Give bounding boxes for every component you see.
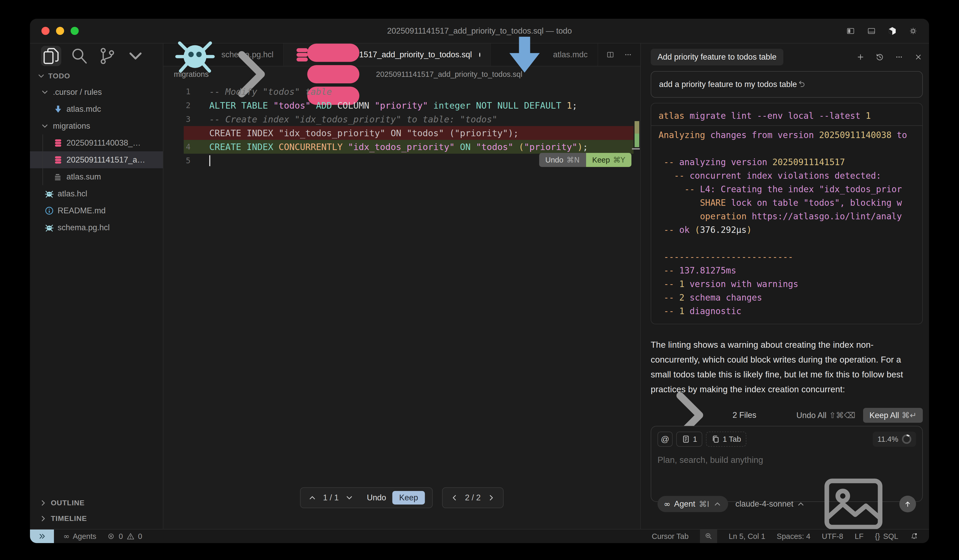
chevron-up-icon xyxy=(797,500,805,508)
restore-checkpoint-icon[interactable] xyxy=(797,80,806,89)
tree-file-atlas.mdc[interactable]: atlas.mdc xyxy=(30,100,163,118)
more-views-chevron-icon[interactable] xyxy=(125,46,146,66)
chat-history-icon[interactable] xyxy=(875,52,884,62)
toggle-sidebar-icon[interactable] xyxy=(846,27,855,35)
tree-folder-.cursor-rules[interactable]: .cursor / rules xyxy=(30,84,163,100)
tab-label: atlas.mdc xyxy=(553,50,588,59)
chevron-up-icon[interactable] xyxy=(308,493,317,502)
outline-section[interactable]: OUTLINE xyxy=(30,495,163,511)
chat-title-tab[interactable]: Add priority feature to todos table xyxy=(651,49,783,65)
breadcrumb-folder[interactable]: migrations xyxy=(174,70,209,79)
terminal-line: SHARE lock on table "todos", blocking w xyxy=(658,196,915,210)
sidebar-bottom-sections: OUTLINE TIMELINE xyxy=(30,495,163,529)
minimize-window-button[interactable] xyxy=(56,27,64,35)
chevron-right-icon[interactable] xyxy=(487,493,496,502)
undo-button[interactable]: Undo xyxy=(367,493,386,503)
code-editor[interactable]: 1-- Modify "todos" table2ALTER TABLE "to… xyxy=(163,82,640,529)
send-button[interactable] xyxy=(899,496,916,512)
tree-file-20250911140038-[interactable]: 20250911140038_… xyxy=(30,134,163,151)
model-selector[interactable]: claude-4-sonnet xyxy=(735,499,805,509)
add-context-button[interactable]: @ xyxy=(658,431,672,447)
eol-status-item[interactable]: LF xyxy=(855,532,863,541)
user-prompt-box[interactable]: add a priority feature to my todos table xyxy=(651,71,923,98)
breadcrumb[interactable]: migrations 20250911141517_add_priority_t… xyxy=(163,67,640,82)
agent-mode-selector[interactable]: ∞ Agent ⌘I xyxy=(658,496,728,512)
tree-file-schema.pg.hcl[interactable]: schema.pg.hcl xyxy=(30,219,163,236)
code-line: 3-- Create index "idx_todos_priority" to… xyxy=(163,112,640,126)
search-icon[interactable] xyxy=(69,46,89,66)
diff-undo-button[interactable]: Undo ⌘N xyxy=(539,153,586,167)
user-prompt-text: add a priority feature to my todos table xyxy=(659,80,797,89)
keep-all-button[interactable]: Keep All⌘↵ xyxy=(863,408,923,423)
diff-inline-actions: Undo ⌘N Keep ⌘Y xyxy=(539,153,631,167)
gear-icon[interactable] xyxy=(909,27,918,35)
explorer-icon[interactable] xyxy=(41,46,61,66)
split-editor-icon[interactable] xyxy=(606,50,615,59)
context-files-chip[interactable]: 1 xyxy=(676,431,702,447)
terminal-line xyxy=(658,142,915,156)
terminal-line: -- 2 schema changes xyxy=(658,291,915,304)
tree-file-atlas.sum[interactable]: atlas.sum xyxy=(30,168,163,185)
toggle-panel-icon[interactable] xyxy=(867,27,876,35)
language-status-item[interactable]: {} SQL xyxy=(875,532,898,541)
diff-keep-button[interactable]: Keep ⌘Y xyxy=(586,153,631,167)
terminal-line: -- concurrent index violations detected: xyxy=(658,169,915,183)
warning-icon xyxy=(126,532,135,541)
code-line: CREATE INDEX "idx_todos_priority" ON "to… xyxy=(163,126,640,140)
chevron-right-icon xyxy=(39,514,48,523)
undo-all-button[interactable]: Undo All⇧⌘⌫ xyxy=(797,410,855,420)
files-count[interactable]: 2 Files xyxy=(733,410,756,420)
encoding-status-item[interactable]: UTF-8 xyxy=(822,532,843,541)
editor-more-actions-icon[interactable] xyxy=(624,50,632,59)
text-cursor xyxy=(209,155,210,166)
chevron-left-icon[interactable] xyxy=(450,493,459,502)
title-bar: 20250911141517_add_priority_to_todos.sql… xyxy=(30,19,929,43)
chevron-down-icon xyxy=(40,122,49,130)
tree-file-atlas.hcl[interactable]: atlas.hcl xyxy=(30,185,163,202)
project-section-header[interactable]: TODO xyxy=(30,68,163,84)
chat-input-placeholder[interactable]: Plan, search, build anything xyxy=(658,455,916,465)
tree-file-20250911141517-a-[interactable]: 20250911141517_a… xyxy=(30,151,163,168)
list-icon xyxy=(53,172,63,181)
new-chat-icon[interactable] xyxy=(856,52,865,62)
terminal-line: -- analyzing version 20250911141517 xyxy=(658,156,915,169)
context-usage-indicator[interactable]: 11.4% xyxy=(873,431,916,447)
breadcrumb-file[interactable]: 20250911141517_add_priority_to_todos.sql xyxy=(376,70,523,79)
attach-image-icon[interactable] xyxy=(814,465,892,529)
chat-more-icon[interactable] xyxy=(895,52,903,62)
chat-composer[interactable]: @ 1 1 Tab 11.4% Plan, search, build anyt… xyxy=(651,426,923,502)
zoom-in-icon xyxy=(704,532,713,541)
tab-atlas.mdc[interactable]: atlas.mdc xyxy=(491,43,598,66)
remote-indicator-button[interactable] xyxy=(30,530,54,543)
terminal-line: -- ok (376.292µs) xyxy=(658,223,915,237)
indentation-status-item[interactable]: Spaces: 4 xyxy=(777,532,811,541)
app-window: 20250911141517_add_priority_to_todos.sql… xyxy=(30,19,929,543)
cursor-logo-icon[interactable] xyxy=(888,27,897,35)
source-control-icon[interactable] xyxy=(97,46,118,66)
close-chat-icon[interactable] xyxy=(914,52,923,62)
keep-button[interactable]: Keep xyxy=(392,491,425,504)
code-line: 4CREATE INDEX CONCURRENTLY "idx_todos_pr… xyxy=(163,140,640,154)
tree-file-readme.md[interactable]: README.md xyxy=(30,202,163,219)
maximize-window-button[interactable] xyxy=(71,27,79,35)
tree-folder-migrations[interactable]: migrations xyxy=(30,118,163,134)
tree-item-label: .cursor / rules xyxy=(53,88,102,97)
tree-item-label: 20250911140038_… xyxy=(67,138,141,148)
zoom-status-item[interactable] xyxy=(700,529,717,543)
document-icon xyxy=(682,435,690,444)
agents-status-item[interactable]: ∞ Agents xyxy=(63,532,96,541)
timeline-section[interactable]: TIMELINE xyxy=(30,511,163,527)
spider-icon xyxy=(45,189,54,199)
problems-status-item[interactable]: 0 0 xyxy=(107,532,142,541)
line-number: 5 xyxy=(163,156,209,165)
traffic-lights xyxy=(41,19,79,43)
terminal-line: atlas migrate lint --env local --latest … xyxy=(658,109,915,123)
line-col-status-item[interactable]: Ln 5, Col 1 xyxy=(729,532,765,541)
close-window-button[interactable] xyxy=(41,27,49,35)
terminal-line: -- L4: Creating the index "idx_todos_pri… xyxy=(658,183,915,196)
cursor-tab-status-item[interactable]: Cursor Tab xyxy=(652,532,688,541)
chevron-down-icon[interactable] xyxy=(345,493,354,502)
active-tab-chip[interactable]: 1 Tab xyxy=(706,431,746,447)
infinity-icon: ∞ xyxy=(664,499,671,509)
notifications-bell-icon[interactable] xyxy=(910,532,919,541)
